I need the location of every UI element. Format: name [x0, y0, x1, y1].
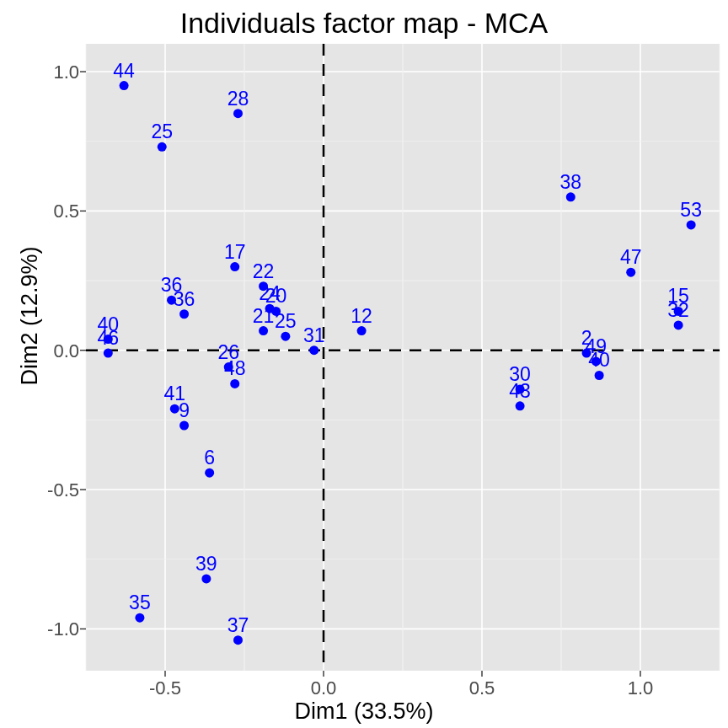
svg-point-53: [135, 613, 144, 623]
point-label: 9: [179, 399, 190, 421]
svg-point-51: [205, 468, 214, 478]
point-label: 12: [351, 305, 372, 327]
point-label: 28: [228, 88, 249, 110]
x-tick-label: 1.0: [615, 677, 666, 699]
mca-individuals-chart: Individuals factor map - MCA Dim2 (12.9%…: [0, 0, 728, 728]
point-label: 37: [228, 614, 249, 636]
point-label: 6: [204, 447, 215, 468]
svg-point-35: [230, 262, 239, 271]
plot-surface: 4425281722363624202125311240462648419639…: [0, 0, 728, 728]
point-label: 32: [667, 299, 689, 321]
svg-point-55: [566, 192, 575, 201]
point-label: 22: [253, 260, 275, 282]
svg-point-64: [516, 401, 525, 410]
svg-point-44: [357, 326, 367, 335]
svg-point-52: [201, 574, 211, 583]
point-label: 25: [275, 310, 297, 332]
y-tick-label: -1.0: [37, 618, 79, 640]
point-label: 47: [620, 246, 642, 268]
point-label: 48: [224, 357, 246, 379]
x-tick-label: 0.0: [298, 677, 349, 699]
y-tick-label: -0.5: [37, 479, 79, 501]
svg-point-43: [309, 345, 318, 355]
point-label: 40: [588, 349, 610, 371]
svg-point-42: [281, 332, 290, 341]
y-tick-label: 0.0: [37, 340, 79, 362]
svg-point-34: [233, 109, 243, 118]
point-label: 35: [129, 592, 151, 613]
svg-point-54: [233, 635, 243, 645]
svg-point-56: [687, 220, 696, 229]
point-label: 21: [253, 305, 275, 327]
point-label: 38: [559, 171, 581, 193]
y-tick-label: 1.0: [37, 62, 79, 83]
point-label: 25: [151, 120, 173, 142]
svg-point-57: [626, 268, 635, 277]
svg-point-41: [259, 326, 268, 335]
y-tick-label: 0.5: [37, 201, 79, 222]
svg-point-33: [158, 142, 167, 152]
x-tick-label: 0.5: [457, 677, 507, 699]
svg-point-38: [179, 309, 189, 318]
point-label: 17: [224, 241, 246, 263]
svg-point-59: [674, 320, 683, 329]
svg-point-46: [104, 349, 113, 358]
point-label: 44: [113, 60, 135, 82]
svg-point-49: [170, 404, 179, 414]
point-label: 36: [174, 288, 195, 310]
svg-point-62: [595, 371, 604, 380]
svg-point-50: [179, 421, 189, 431]
svg-point-48: [230, 379, 239, 388]
point-label: 43: [509, 380, 531, 402]
point-label: 53: [680, 199, 702, 221]
point-label: 46: [98, 327, 120, 349]
point-label: 39: [195, 553, 217, 575]
svg-point-32: [120, 81, 129, 90]
point-label: 20: [265, 285, 287, 307]
x-tick-label: -0.5: [140, 677, 190, 699]
point-label: 31: [303, 324, 325, 346]
